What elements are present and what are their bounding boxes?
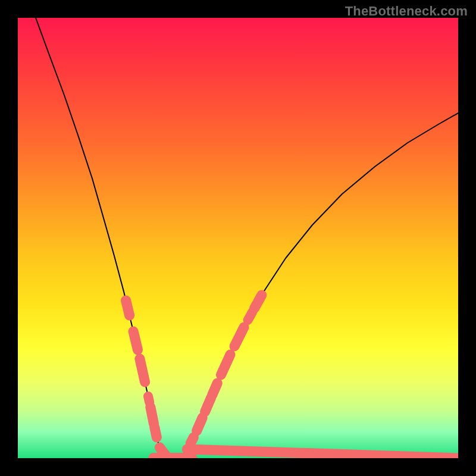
chart-svg: [18, 18, 458, 458]
marker-capsule: [140, 359, 145, 382]
marker-capsule: [126, 300, 130, 315]
marker-capsule: [148, 396, 149, 402]
marker-capsule: [197, 418, 203, 431]
marker-capsule: [221, 355, 230, 375]
watermark-text: TheBottleneck.com: [345, 4, 468, 19]
marker-capsule: [248, 312, 253, 320]
plot-area: [18, 18, 458, 458]
bottleneck-curve: [36, 18, 458, 458]
chart-stage: TheBottleneck.com: [0, 0, 476, 476]
marker-capsule: [187, 449, 458, 458]
marker-capsule: [212, 383, 218, 395]
marker-capsule: [234, 327, 244, 346]
marker-capsule: [133, 331, 137, 350]
marker-capsule: [255, 295, 262, 308]
marker-capsule: [155, 427, 157, 437]
marker-capsule: [190, 437, 193, 443]
marker-capsule: [151, 407, 154, 424]
